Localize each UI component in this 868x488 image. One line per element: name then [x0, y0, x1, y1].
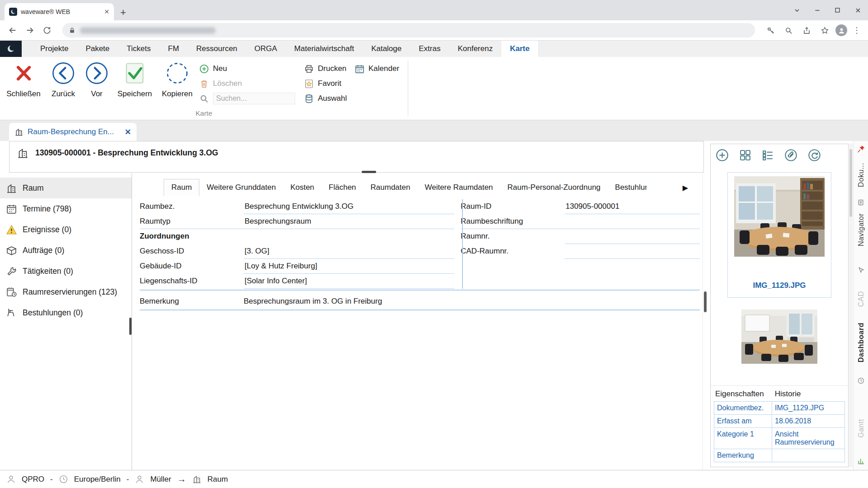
field-raum-id[interactable]: 130905-000001	[565, 199, 700, 214]
document-filename[interactable]: IMG_1129.JPG	[753, 281, 806, 290]
sidebar-item-ereignisse[interactable]: Ereignisse (0)	[0, 219, 132, 240]
clock-icon[interactable]	[854, 377, 868, 385]
add-document-icon[interactable]	[715, 148, 729, 162]
tab-raum-personal-zuordnung[interactable]: Raum-Personal-Zuordnung	[500, 179, 608, 196]
url-field[interactable]	[62, 23, 755, 38]
room-photo-2[interactable]	[741, 310, 817, 364]
rail-item-navigator[interactable]: Navigator	[854, 213, 868, 246]
tab-bestuhlung[interactable]: Bestuhlur	[608, 179, 646, 196]
form-vertical-scrollbar[interactable]	[703, 173, 707, 470]
tab-raum[interactable]: Raum	[164, 179, 199, 196]
field-raumtyp[interactable]: Besprechungsraum	[244, 214, 454, 229]
app-logo[interactable]	[0, 41, 22, 57]
menu-konferenz[interactable]: Konferenz	[449, 41, 501, 57]
scrollbar-thumb[interactable]	[704, 291, 707, 312]
menu-fm[interactable]: FM	[160, 41, 188, 57]
lock-icon[interactable]	[69, 27, 75, 34]
tab-weitere-grunddaten[interactable]: Weitere Grunddaten	[199, 179, 283, 196]
horizontal-splitter-handle[interactable]	[362, 171, 376, 173]
property-value[interactable]	[772, 449, 845, 462]
menu-orga[interactable]: ORGA	[246, 41, 286, 57]
document-tab-raum[interactable]: Raum-Besprechung En... ✕	[9, 123, 137, 141]
sidebar-item-taetigkeiten[interactable]: Tätigkeiten (0)	[0, 261, 132, 282]
document-thumbnail-card[interactable]: IMG_1129.JPG	[727, 172, 831, 298]
sidebar-item-auftraege[interactable]: Aufträge (0)	[0, 240, 132, 261]
close-record-button[interactable]: Schließen	[4, 61, 43, 99]
sidebar-item-bestuhlungen[interactable]: Bestuhlungen (0)	[0, 302, 132, 323]
new-button[interactable]: Neu	[199, 62, 227, 75]
tab-close-icon[interactable]: ✕	[104, 8, 109, 15]
menu-projekte[interactable]: Projekte	[32, 41, 77, 57]
print-button[interactable]: Drucken	[304, 62, 346, 75]
sidebar-item-raumreservierungen[interactable]: Raumreservierungen (123)	[0, 282, 132, 302]
property-value[interactable]: Ansicht Raumreservierung	[772, 428, 845, 449]
field-raumbez[interactable]: Besprechung Entwicklung 3.OG	[244, 199, 454, 214]
rail-item-gantt[interactable]: Gantt	[854, 419, 868, 438]
favorite-button[interactable]: Favorit	[304, 77, 341, 90]
copy-button[interactable]: Kopieren	[157, 61, 197, 99]
field-geschoss-id[interactable]: [3. OG]	[244, 244, 454, 259]
rail-item-dokumente[interactable]: Doku...	[854, 163, 868, 187]
field-liegenschafts-id[interactable]: [Solar Info Center]	[244, 274, 454, 289]
room-photo-1[interactable]	[734, 176, 825, 257]
menu-karte[interactable]: Karte	[501, 41, 538, 57]
browser-reload-button[interactable]	[40, 23, 54, 38]
selection-button[interactable]: Auswahl	[304, 92, 347, 105]
field-cad-raumnr[interactable]	[565, 244, 700, 259]
tab-kosten[interactable]: Kosten	[283, 179, 321, 196]
window-maximize-icon[interactable]	[827, 0, 848, 20]
new-tab-button[interactable]: +	[120, 8, 126, 18]
field-raumbeschriftung[interactable]	[565, 214, 700, 229]
key-icon[interactable]	[763, 23, 778, 38]
menu-tickets[interactable]: Tickets	[118, 41, 159, 57]
zoom-icon[interactable]	[781, 23, 796, 38]
tab-historie[interactable]: Historie	[775, 389, 801, 399]
menu-ressourcen[interactable]: Ressourcen	[188, 41, 246, 57]
navigator-cursor-icon[interactable]	[854, 267, 868, 274]
browser-tab[interactable]: waveware® WEB ✕	[5, 3, 114, 20]
pin-icon[interactable]	[854, 145, 868, 153]
tab-weitere-raumdaten[interactable]: Weitere Raumdaten	[417, 179, 500, 196]
delete-button[interactable]: Löschen	[199, 77, 242, 90]
menu-extras[interactable]: Extras	[410, 41, 449, 57]
bar-chart-icon[interactable]	[854, 457, 868, 465]
property-value[interactable]: IMG_1129.JPG	[772, 402, 845, 415]
rail-item-cad[interactable]: CAD	[854, 291, 868, 307]
browser-back-button[interactable]	[5, 23, 20, 38]
browser-profile-avatar[interactable]	[835, 24, 847, 36]
window-menu-chevron-icon[interactable]	[787, 0, 807, 20]
documents-stack-icon[interactable]	[854, 199, 868, 206]
sidebar-item-termine[interactable]: Termine (798)	[0, 198, 132, 219]
save-button[interactable]: Speichern	[115, 61, 155, 99]
field-bemerkung[interactable]: Besprechungsraum im 3. OG in Freiburg	[244, 294, 700, 310]
property-value[interactable]: 18.06.2018	[772, 415, 845, 428]
ribbon-search-input[interactable]	[213, 93, 295, 104]
tab-flaechen[interactable]: Flächen	[321, 179, 363, 196]
field-raumnr[interactable]	[565, 229, 700, 244]
document-tab-close-icon[interactable]: ✕	[125, 127, 131, 137]
panel-scrollbar-thumb[interactable]	[849, 149, 852, 217]
menu-materialwirtschaft[interactable]: Materialwirtschaft	[286, 41, 363, 57]
grid-view-icon[interactable]	[739, 149, 752, 162]
refresh-icon[interactable]	[807, 148, 821, 162]
list-view-icon[interactable]	[761, 149, 774, 162]
rail-item-dashboard[interactable]: Dashboard	[854, 323, 868, 362]
window-minimize-icon[interactable]	[807, 0, 827, 20]
calendar-button[interactable]: Kalender	[354, 62, 399, 75]
browser-menu-icon[interactable]: ⋮	[851, 25, 863, 35]
field-gebaeude-id[interactable]: [Loy & Hutz Freiburg]	[244, 259, 454, 274]
tabs-overflow-arrow[interactable]: ▶	[683, 183, 688, 192]
menu-kataloge[interactable]: Kataloge	[363, 41, 410, 57]
share-icon[interactable]	[799, 23, 814, 38]
tab-eigenschaften[interactable]: Eigenschaften	[715, 389, 764, 399]
attachment-icon[interactable]	[784, 148, 798, 162]
window-close-icon[interactable]	[848, 0, 868, 20]
vertical-splitter-handle[interactable]	[129, 318, 132, 335]
menu-pakete[interactable]: Pakete	[77, 41, 118, 57]
browser-forward-button[interactable]	[23, 23, 37, 38]
sidebar-item-label: Aufträge (0)	[23, 246, 64, 255]
tab-raumdaten[interactable]: Raumdaten	[363, 179, 418, 196]
bookmark-star-icon[interactable]	[817, 23, 832, 38]
sidebar-item-raum[interactable]: Raum	[0, 178, 132, 198]
forward-record-button[interactable]: Vor	[77, 61, 117, 99]
